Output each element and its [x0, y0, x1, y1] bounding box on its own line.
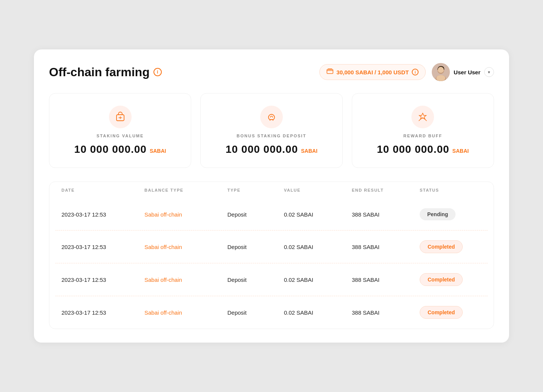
stat-card-1: BONUS STAKING DEPOSIT 10 000 000.00 SABA… [200, 93, 342, 168]
header-right: 30,000 SABAI / 1,000 USDT i User [319, 63, 494, 81]
stat-currency-0: SABAI [150, 148, 166, 154]
stat-label-1: BONUS STAKING DEPOSIT [237, 134, 307, 138]
title-info-icon[interactable]: i [153, 68, 162, 76]
stat-card-2: REWARD BUFF 10 000 000.00 SABAI [352, 93, 494, 168]
table-body: 2023-03-17 12:53 Sabai off-chain Deposit… [49, 198, 494, 329]
chevron-down-icon[interactable]: ▾ [484, 67, 494, 77]
table-row: 2023-03-17 12:53 Sabai off-chain Deposit… [55, 231, 488, 263]
cell-status-1: Completed [420, 240, 488, 253]
stat-value-0: 10 000 000.00 SABAI [74, 143, 166, 155]
cell-date-3: 2023-03-17 12:53 [61, 309, 144, 316]
user-profile[interactable]: User User ▾ [432, 63, 494, 81]
page-header: Off-chain farming i 30,000 SABAI / 1,000… [49, 63, 494, 81]
stat-icon-1 [260, 106, 283, 128]
cell-status-0: Pending [420, 208, 488, 220]
stat-number-1: 10 000 000.00 [225, 143, 298, 155]
table-header-balance-type: BALANCE TYPE [144, 188, 227, 192]
cell-type-3: Deposit [227, 309, 284, 316]
table-header-date: DATE [61, 188, 144, 192]
avatar [432, 63, 450, 81]
user-name: User User [454, 69, 480, 75]
cell-value-2: 0.02 SABAI [284, 277, 352, 283]
page-title: Off-chain farming [49, 65, 150, 79]
cell-value-0: 0.02 SABAI [284, 211, 352, 218]
svg-marker-7 [419, 113, 426, 119]
balance-text: 30,000 SABAI / 1,000 USDT [336, 69, 409, 75]
cell-date-1: 2023-03-17 12:53 [61, 244, 144, 250]
cell-status-2: Completed [420, 273, 488, 286]
balance-badge[interactable]: 30,000 SABAI / 1,000 USDT i [319, 64, 426, 80]
balance-info-icon[interactable]: i [412, 69, 419, 75]
stat-currency-2: SABAI [452, 148, 469, 154]
stat-currency-1: SABAI [301, 148, 318, 154]
cell-balance-type-3[interactable]: Sabai off-chain [144, 309, 227, 316]
main-container: Off-chain farming i 30,000 SABAI / 1,000… [34, 49, 509, 343]
table-header-type: TYPE [227, 188, 284, 192]
table-header-value: VALUE [284, 188, 352, 192]
cell-end-result-1: 388 SABAI [352, 244, 420, 250]
stat-value-2: 10 000 000.00 SABAI [377, 143, 469, 155]
svg-rect-0 [327, 69, 333, 74]
cell-balance-type-1[interactable]: Sabai off-chain [144, 244, 227, 250]
cell-balance-type-2[interactable]: Sabai off-chain [144, 277, 227, 283]
table-header-status: STATUS [420, 188, 488, 192]
header-left: Off-chain farming i [49, 65, 162, 79]
stat-number-0: 10 000 000.00 [74, 143, 147, 155]
stat-card-0: STAKING VALUME 10 000 000.00 SABAI [49, 93, 191, 168]
cell-end-result-0: 388 SABAI [352, 211, 420, 218]
svg-point-4 [438, 67, 444, 73]
stat-number-2: 10 000 000.00 [377, 143, 449, 155]
status-badge-0: Pending [420, 208, 456, 220]
cell-date-2: 2023-03-17 12:53 [61, 277, 144, 283]
table-row: 2023-03-17 12:53 Sabai off-chain Deposit… [55, 198, 488, 231]
svg-point-5 [436, 75, 445, 81]
cell-end-result-2: 388 SABAI [352, 277, 420, 283]
stat-label-2: REWARD BUFF [403, 134, 442, 138]
cell-type-2: Deposit [227, 277, 284, 283]
status-badge-3: Completed [420, 306, 463, 319]
cell-balance-type-0[interactable]: Sabai off-chain [144, 211, 227, 218]
cell-end-result-3: 388 SABAI [352, 309, 420, 316]
cell-type-1: Deposit [227, 244, 284, 250]
stat-value-1: 10 000 000.00 SABAI [225, 143, 318, 155]
cell-value-1: 0.02 SABAI [284, 244, 352, 250]
transactions-table: DATEBALANCE TYPETYPEVALUEEND RESULTSTATU… [49, 181, 494, 329]
cell-date-0: 2023-03-17 12:53 [61, 211, 144, 218]
status-badge-1: Completed [420, 240, 463, 253]
cell-type-0: Deposit [227, 211, 284, 218]
table-header: DATEBALANCE TYPETYPEVALUEEND RESULTSTATU… [49, 182, 494, 198]
table-row: 2023-03-17 12:53 Sabai off-chain Deposit… [55, 296, 488, 329]
status-badge-2: Completed [420, 273, 463, 286]
table-row: 2023-03-17 12:53 Sabai off-chain Deposit… [55, 263, 488, 296]
stat-icon-0 [109, 106, 132, 128]
stat-icon-2 [411, 106, 434, 128]
table-header-end-result: END RESULT [352, 188, 420, 192]
stats-grid: STAKING VALUME 10 000 000.00 SABAI BONUS… [49, 93, 494, 168]
balance-icon [327, 68, 333, 76]
stat-label-0: STAKING VALUME [97, 134, 144, 138]
cell-value-3: 0.02 SABAI [284, 309, 352, 316]
cell-status-3: Completed [420, 306, 488, 319]
